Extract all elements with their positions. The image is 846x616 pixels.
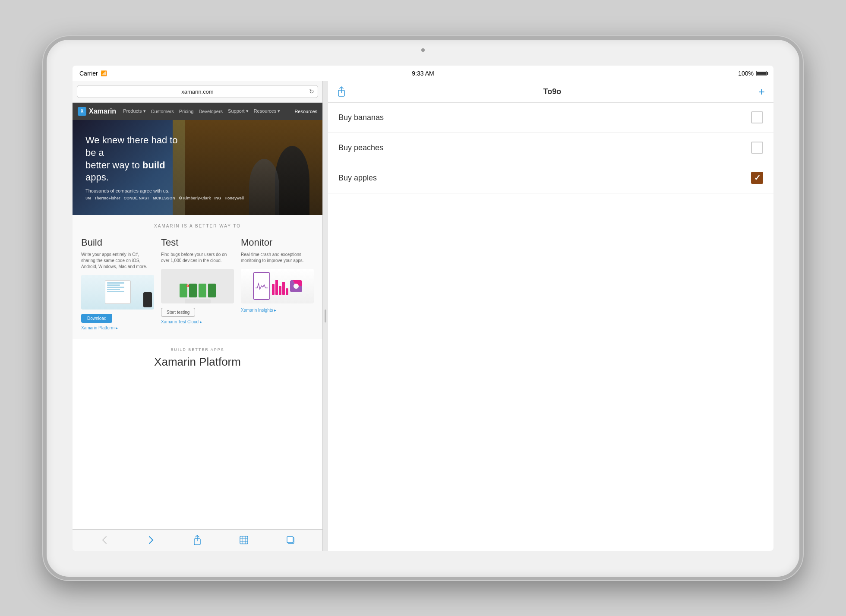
status-bar-left: Carrier 📶 [79,70,166,77]
todo-checkbox-bananas[interactable] [751,111,763,123]
logo-3m: 3M [85,196,91,200]
nav-pricing[interactable]: Pricing [179,109,194,114]
monitor-bars [272,278,288,295]
todo-add-btn[interactable]: + [758,86,765,97]
logo-thermofisher: ThermoFisher [95,196,120,200]
test-phones-container: ! [180,279,216,303]
share-btn[interactable] [189,531,206,549]
xamarin-brand: Xamarin [89,107,116,115]
bookmarks-btn[interactable] [235,531,253,549]
test-phone-2 [189,284,197,297]
refresh-icon[interactable]: ↻ [309,88,314,95]
code-line [107,289,120,290]
ipad-screen: Carrier 📶 9:33 AM 100% xamarin.com [73,66,773,551]
xamarin-hero-text: We knew there had to be abetter way to b… [85,134,244,200]
logo-kimberly: ⚙ Kimberly-Clark [179,196,211,200]
svg-rect-4 [240,536,248,544]
url-bar[interactable]: xamarin.com ↻ [77,85,318,98]
phone-mockup [143,292,152,307]
todo-item-label: Buy peaches [338,143,383,152]
pie-chart [290,280,302,292]
status-bar-right: 100% [680,70,767,77]
feature-monitor: Monitor Real-time crash and exceptions m… [241,237,314,330]
download-btn[interactable]: Download [81,314,112,323]
todo-header: To9o + [328,81,773,103]
xamarin-nav-links: Products ▾ Customers Pricing Developers … [123,108,287,114]
code-line [107,291,124,292]
feature-build-desc: Write your apps entirely in C#, sharing … [81,252,154,270]
build-screen-lines [105,281,130,295]
monitor-bar [272,284,275,295]
todo-item-label: Buy bananas [338,113,384,122]
nav-products[interactable]: Products ▾ [123,108,145,114]
nav-support[interactable]: Support ▾ [228,108,249,114]
todo-checkbox-apples[interactable] [751,172,763,184]
monitor-bar [286,288,288,295]
test-badge: ! [186,284,189,287]
feature-monitor-img [241,269,314,303]
monitor-bar [275,280,278,295]
wifi-icon: 📶 [101,70,107,76]
platform-link[interactable]: Xamarin Platform ▸ [81,325,154,330]
svg-rect-10 [287,537,293,543]
test-phone-1: ! [180,284,187,297]
back-btn[interactable] [96,531,113,549]
monitor-phone [253,272,270,300]
insights-link[interactable]: Xamarin Insights ▸ [241,308,314,313]
safari-toolbar: xamarin.com ↻ [73,81,322,103]
xamarin-features: Build Write your apps entirely in C#, sh… [81,237,314,330]
test-cloud-link[interactable]: Xamarin Test Cloud ▸ [161,319,234,324]
start-testing-btn[interactable]: Start testing [161,308,195,317]
code-line [107,282,124,284]
split-handle [325,310,326,322]
todo-share-btn[interactable] [337,86,346,97]
code-line [107,287,124,288]
todo-share-icon [337,86,346,97]
todo-checkbox-peaches[interactable] [751,142,763,154]
build-screen [105,280,131,304]
build-mockup [81,275,154,310]
usb-hub [185,299,211,303]
split-view: xamarin.com ↻ X Xamarin Products ▾ [73,81,773,551]
xamarin-logo-icon: X [78,107,86,116]
status-bar-time: 9:33 AM [412,70,434,77]
feature-test: Test Find bugs before your users do on o… [161,237,234,330]
tabs-btn[interactable] [282,531,299,549]
xamarin-hero: We knew there had to be abetter way to b… [73,120,322,215]
feature-build-img [81,275,154,310]
ipad-frame: Carrier 📶 9:33 AM 100% xamarin.com [43,36,803,580]
forward-icon [148,536,155,544]
home-button[interactable] [43,301,45,315]
feature-monitor-title: Monitor [241,237,314,248]
bookmarks-icon [239,535,249,545]
wave-chart [256,281,268,291]
section-title: XAMARIN IS A BETTER WAY TO [81,224,314,228]
monitor-chart-mockup [241,269,314,303]
xamarin-nav: X Xamarin Products ▾ Customers Pricing D… [73,103,322,120]
camera [421,48,425,52]
split-divider[interactable] [323,81,328,551]
test-phone-row: ! [180,284,216,297]
todo-item: Buy bananas [328,103,773,133]
back-icon [101,536,108,544]
feature-build: Build Write your apps entirely in C#, sh… [81,237,154,330]
forward-btn[interactable] [142,531,160,549]
todo-item-label: Buy apples [338,174,377,183]
feature-test-desc: Find bugs before your users do on over 1… [161,252,234,264]
todo-list: Buy bananas Buy peaches Buy apples [328,103,773,551]
nav-signin[interactable]: Resources [294,109,317,114]
todo-app-title: To9o [543,87,562,96]
battery-percent: 100% [738,70,754,77]
feature-monitor-desc: Real-time crash and exceptions monitorin… [241,252,314,264]
battery-fill [757,72,766,75]
todo-item: Buy apples [328,163,773,193]
nav-customers[interactable]: Customers [151,109,174,114]
nav-resources[interactable]: Resources ▾ [254,108,281,114]
nav-developers[interactable]: Developers [199,109,223,114]
xamarin-website[interactable]: X Xamarin Products ▾ Customers Pricing D… [73,103,322,529]
logo-mckesson: MCKESSON [153,196,175,200]
feature-test-img: ! [161,269,234,303]
logo-honeywell: Honeywell [225,196,244,200]
feature-build-title: Build [81,237,154,248]
xamarin-platform-section: BUILD BETTER APPS Xamarin Platform [73,339,322,377]
